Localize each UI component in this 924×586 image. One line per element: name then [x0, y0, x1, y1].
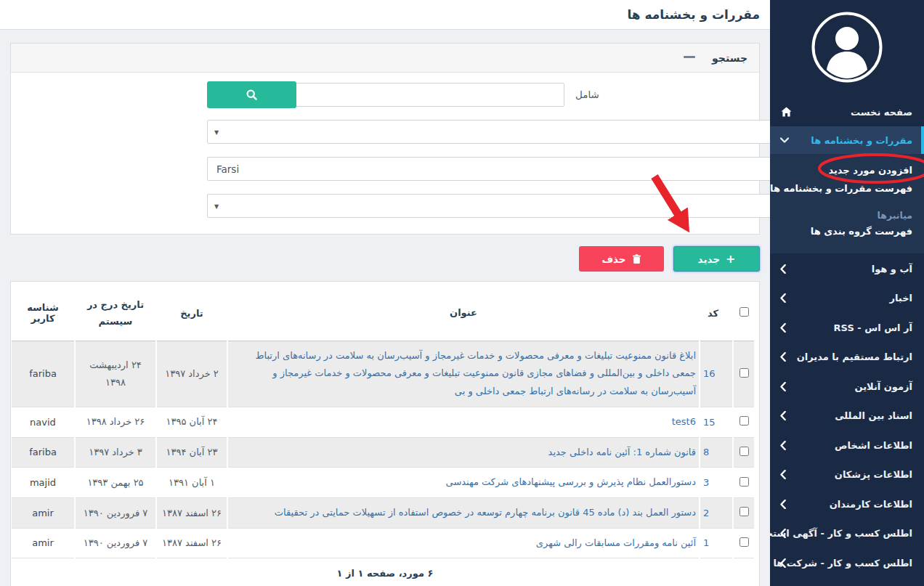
- table-row: 2 دستور العمل بند (د) ماده 45 قانون برنا…: [12, 498, 754, 529]
- home-icon: [781, 107, 792, 117]
- row-date: ۱ آبان ۱۳۹۱: [157, 468, 227, 498]
- search-button[interactable]: [207, 81, 296, 108]
- search-form: شامل سازمان یا بخش مرتبط: [11, 73, 759, 234]
- sidebar-menu-item[interactable]: اسناد بین المللی: [770, 402, 924, 431]
- chevron-down-icon: ▼: [214, 129, 219, 136]
- row-user: fariba: [12, 341, 74, 407]
- chevron-left-icon: [780, 441, 786, 450]
- chevron-down-icon: [780, 137, 789, 143]
- table-row: 1 آئین نامه ومقررات مسابقات رالی شهری ۲۶…: [12, 529, 754, 559]
- row-entry-date: ۲۵ بهمن ۱۳۹۳: [76, 468, 155, 498]
- main-content: مقررات و بخشنامه ها جستجو شامل: [0, 0, 770, 586]
- row-title-link[interactable]: دستور العمل بند (د) ماده 45 قانون برنامه…: [275, 507, 696, 518]
- row-entry-date: ۷ فروردین ۱۳۹۰: [76, 498, 155, 529]
- search-icon: [246, 89, 258, 101]
- row-checkbox[interactable]: [739, 447, 749, 456]
- collapse-icon[interactable]: [684, 56, 695, 58]
- search-panel-header: جستجو: [11, 44, 759, 73]
- row-user: majid: [12, 468, 74, 498]
- sidebar-menu-item[interactable]: اطلاعات اشخاص: [770, 431, 924, 460]
- chevron-left-icon: [780, 323, 786, 333]
- submenu-shortcuts-label: میانبرها: [770, 207, 924, 222]
- row-code-link[interactable]: 3: [703, 477, 709, 488]
- results-table: کد عنوان تاریخ تاریخ درج در سیستم شناسه …: [10, 286, 755, 558]
- row-code-link[interactable]: 1: [703, 537, 709, 548]
- row-entry-date: ۲۴ اردیبهشت ۱۳۹۸: [76, 341, 155, 407]
- header-date: تاریخ: [157, 286, 227, 341]
- sidebar-menu-item[interactable]: اطلس کسب و کار - شرکت ها: [770, 548, 924, 578]
- sidebar-menu-item[interactable]: اطلاعات پزشکان: [770, 460, 924, 490]
- select-all-checkbox[interactable]: [739, 307, 749, 317]
- sidebar-item-home[interactable]: صفحه نخست: [770, 97, 924, 126]
- row-title-link[interactable]: دستورالعمل نظام پذیرش و بررسی پیشنهادهای…: [446, 476, 696, 487]
- page-title: مقررات و بخشنامه ها: [627, 7, 760, 22]
- sidebar-menu-item[interactable]: اطلاعات کارمندان: [770, 489, 924, 519]
- sidebar-submenu: افزودن مورد جدید فهرست مقررات و بخشنامه …: [770, 154, 924, 253]
- trash-icon: [632, 254, 641, 264]
- chevron-left-icon: [780, 558, 786, 568]
- submenu-item-list[interactable]: فهرست مقررات و بخشنامه ها: [770, 179, 924, 198]
- sidebar: صفحه نخست مقررات و بخشنامه ها افزودن مور…: [770, 0, 924, 586]
- chevron-left-icon: [780, 264, 786, 274]
- form-row-group: نام گروه همه گروه ها ▼: [11, 194, 759, 218]
- row-date: ۲۶ اسفند ۱۳۸۷: [157, 498, 227, 529]
- row-user: amir: [12, 498, 74, 529]
- table-row: 16 ابلاغ قانون ممنوعیت تبلیغات و معرفی م…: [12, 341, 754, 407]
- row-checkbox[interactable]: [739, 368, 749, 378]
- row-title-link[interactable]: ابلاغ قانون ممنوعیت تبلیغات و معرفی محصو…: [255, 350, 696, 396]
- chevron-left-icon: [780, 500, 786, 509]
- row-user: navid: [12, 407, 74, 438]
- form-row-contains: شامل: [11, 83, 759, 107]
- sidebar-menu-item[interactable]: اخبار: [770, 284, 924, 314]
- chevron-left-icon: [780, 352, 786, 362]
- row-date: ۲۳ آبان ۱۳۹۴: [157, 438, 227, 468]
- results-table-card: کد عنوان تاریخ تاریخ درج در سیستم شناسه …: [10, 281, 760, 586]
- active-accent-bar: [921, 126, 924, 154]
- row-title-link[interactable]: آئین نامه ومقررات مسابقات رالی شهری: [536, 537, 696, 548]
- row-code-link[interactable]: 8: [703, 447, 709, 457]
- header-entry-date: تاریخ درج در سیستم: [76, 286, 155, 341]
- row-date: ۲ خرداد ۱۳۹۷: [157, 341, 227, 407]
- submenu-item-groups-list[interactable]: فهرست گروه بندی ها: [770, 222, 924, 240]
- contains-label: شامل: [575, 89, 599, 100]
- row-title-link[interactable]: test6: [672, 416, 696, 427]
- row-title-link[interactable]: قانون شماره 1: آئین نامه داخلی جدید: [548, 447, 696, 457]
- new-button[interactable]: + جدید: [673, 246, 760, 272]
- sidebar-menu-item[interactable]: آزمون آنلاین: [770, 372, 924, 402]
- header-code: کد: [700, 286, 732, 341]
- avatar[interactable]: [811, 11, 883, 84]
- actions-row: + جدید حذف: [10, 246, 760, 272]
- delete-button[interactable]: حذف: [579, 246, 664, 272]
- row-code-link[interactable]: 2: [703, 508, 709, 518]
- sidebar-menu-item[interactable]: ارتباط مستقیم با مدیران: [770, 343, 924, 373]
- chevron-left-icon: [780, 470, 786, 479]
- row-entry-date: ۳ خرداد ۱۳۹۷: [76, 438, 155, 468]
- row-entry-date: ۲۶ خرداد ۱۳۹۸: [76, 407, 155, 438]
- row-code-link[interactable]: 15: [703, 417, 716, 428]
- sidebar-menu-item[interactable]: اطلس کسب و کار - آگهی استخدام: [770, 519, 924, 549]
- submenu-item-add-new[interactable]: افزودن مورد جدید: [770, 161, 924, 179]
- row-date: ۲۴ آبان ۱۳۹۵: [157, 407, 227, 438]
- row-entry-date: ۷ فروردین ۱۳۹۰: [76, 529, 155, 559]
- header-user: شناسه کاربر: [12, 286, 74, 341]
- chevron-left-icon: [780, 293, 786, 303]
- row-checkbox[interactable]: [739, 416, 749, 426]
- row-checkbox[interactable]: [739, 507, 749, 516]
- sidebar-menu-item[interactable]: آر اس اس - RSS: [770, 313, 924, 343]
- sidebar-menu-item[interactable]: آب و هوا: [770, 254, 924, 284]
- chevron-left-icon: [780, 411, 786, 420]
- header-title: عنوان: [228, 286, 699, 341]
- row-code-link[interactable]: 16: [703, 368, 716, 379]
- plus-icon: +: [726, 253, 735, 265]
- chevron-left-icon: [780, 382, 786, 391]
- table-row: 8 قانون شماره 1: آئین نامه داخلی جدید ۲۳…: [12, 438, 754, 468]
- row-checkbox[interactable]: [739, 537, 749, 547]
- sidebar-item-regulations[interactable]: مقررات و بخشنامه ها: [770, 126, 924, 154]
- chevron-left-icon: [780, 529, 786, 538]
- chevron-down-icon: ▼: [214, 203, 219, 210]
- search-panel: جستجو شامل: [10, 43, 760, 235]
- table-row: 15 test6 ۲۴ آبان ۱۳۹۵ ۲۶ خرداد ۱۳۹۸ navi…: [12, 407, 754, 438]
- table-header-row: کد عنوان تاریخ تاریخ درج در سیستم شناسه …: [12, 286, 754, 341]
- form-row-language: زبان Farsi ▼: [11, 157, 759, 181]
- row-checkbox[interactable]: [739, 477, 749, 487]
